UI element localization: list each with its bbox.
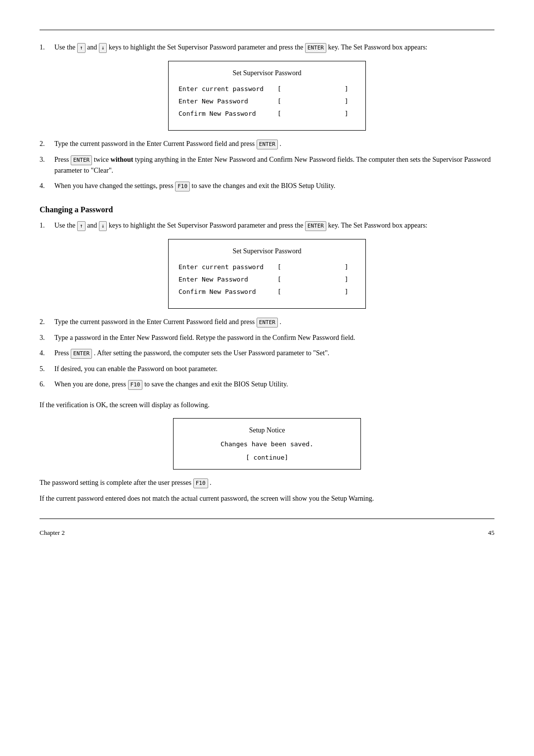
bottom-rule [40,519,494,519]
step-2-number: 2. [40,139,54,149]
section2-step-4-content: Press ENTER . After setting the password… [54,348,494,359]
section2-steps-2-6: 2. Type the current password in the Ente… [40,317,494,390]
section1-steps: 1. Use the ↑ and ↓ keys to highlight the… [40,42,494,53]
step-2-content: Type the current password in the Enter C… [54,139,494,149]
footer-chapter: Chapter 2 [40,529,65,537]
password-field-2-row: Enter New Password [ ] [178,97,356,105]
enter-key-3: ENTER [71,155,92,166]
enter-key-1: ENTER [305,43,326,53]
enter-key-2: ENTER [257,140,278,150]
password-field-5-open: [ [277,276,281,283]
setup-notice-message: Changes have been saved. [183,440,351,448]
section1-steps-2-4: 2. Type the current password in the Ente… [40,139,494,191]
password-field-5-close: ] [345,276,349,283]
step-3: 3. Press ENTER twice without typing anyt… [40,154,494,176]
password-box-2: Set Supervisor Password Enter current pa… [168,239,366,309]
password-field-4-open: [ [277,263,281,271]
password-field-3-row: Confirm New Password [ ] [178,110,356,117]
password-field-2-open: [ [277,97,281,105]
password-field-5-label: Enter New Password [178,276,277,283]
password-field-6-label: Confirm New Password [178,288,277,295]
section2-step-5-content: If desired, you can enable the Password … [54,364,494,374]
section2-step-4: 4. Press ENTER . After setting the passw… [40,348,494,359]
step-4-content: When you have changed the settings, pres… [54,181,494,191]
section2-step-2: 2. Type the current password in the Ente… [40,317,494,328]
section2-step-6-content: When you are done, press F10 to save the… [54,379,494,390]
section2-steps: 1. Use the ↑ and ↓ keys to highlight the… [40,220,494,231]
section2-step-1-content: Use the ↑ and ↓ keys to highlight the Se… [54,220,494,231]
password-box-1-title: Set Supervisor Password [178,69,356,77]
password-field-6-row: Confirm New Password [ ] [178,288,356,295]
password-field-3-label: Confirm New Password [178,110,277,117]
section2-step-3: 3. Type a password in the Enter New Pass… [40,332,494,343]
password-field-3-close: ] [345,110,349,117]
section2-step-3-number: 3. [40,332,54,343]
password-field-2-close: ] [345,97,349,105]
step-1: 1. Use the ↑ and ↓ keys to highlight the… [40,42,494,53]
password-field-3-open: [ [277,110,281,117]
changing-password-heading: Changing a Password [40,205,494,214]
setup-notice-continue: [ continue] [183,454,351,461]
section2-step-5-number: 5. [40,364,54,374]
password-field-4-row: Enter current password [ ] [178,263,356,271]
down-arrow-key: ↓ [99,43,107,53]
footer-page-number: 45 [488,529,494,537]
password-field-4-close: ] [345,263,349,271]
password-field-5-row: Enter New Password [ ] [178,276,356,283]
step-4-number: 4. [40,181,54,191]
password-field-2-label: Enter New Password [178,97,277,105]
step-4: 4. When you have changed the settings, p… [40,181,494,191]
section2-step-5: 5. If desired, you can enable the Passwo… [40,364,494,374]
page-container: 1. Use the ↑ and ↓ keys to highlight the… [0,0,534,567]
password-box-1: Set Supervisor Password Enter current pa… [168,61,366,131]
f10-key-3: F10 [193,478,208,489]
section2-step-4-number: 4. [40,348,54,359]
section2-step-2-number: 2. [40,317,54,328]
password-field-1-label: Enter current password [178,85,277,93]
step-2: 2. Type the current password in the Ente… [40,139,494,149]
section2-step-3-content: Type a password in the Enter New Passwor… [54,332,494,343]
section2-step-6: 6. When you are done, press F10 to save … [40,379,494,390]
password-field-1-open: [ [277,85,281,93]
section2-step-1: 1. Use the ↑ and ↓ keys to highlight the… [40,220,494,231]
enter-key-6: ENTER [71,349,92,359]
step-3-number: 3. [40,154,54,176]
footer-text-1: The password setting is complete after t… [40,477,494,488]
password-field-4-label: Enter current password [178,263,277,271]
step-1-number: 1. [40,42,54,53]
password-field-1-close: ] [345,85,349,93]
f10-key-2: F10 [128,380,143,390]
up-arrow-key-2: ↑ [77,221,86,232]
step-3-bold: without [111,156,134,163]
step-1-content: Use the ↑ and ↓ keys to highlight the Se… [54,42,494,53]
enter-key-5: ENTER [257,318,278,328]
page-footer: Chapter 2 45 [40,529,494,537]
verification-intro: If the verification is OK, the screen wi… [40,400,494,410]
footer-text-2: If the current password entered does not… [40,493,494,504]
f10-key-1: F10 [175,182,190,192]
enter-key-4: ENTER [305,221,326,232]
setup-notice-title: Setup Notice [183,426,351,434]
top-rule [40,30,494,30]
up-arrow-key: ↑ [77,43,86,53]
section2-step-1-number: 1. [40,220,54,231]
down-arrow-key-2: ↓ [99,221,107,232]
step-3-content: Press ENTER twice without typing anythin… [54,154,494,176]
password-box-2-title: Set Supervisor Password [178,247,356,255]
password-field-6-open: [ [277,288,281,295]
section2-step-2-content: Type the current password in the Enter C… [54,317,494,328]
password-field-6-close: ] [345,288,349,295]
password-field-1-row: Enter current password [ ] [178,85,356,93]
section2-step-6-number: 6. [40,379,54,390]
setup-notice-box: Setup Notice Changes have been saved. [ … [173,418,361,470]
